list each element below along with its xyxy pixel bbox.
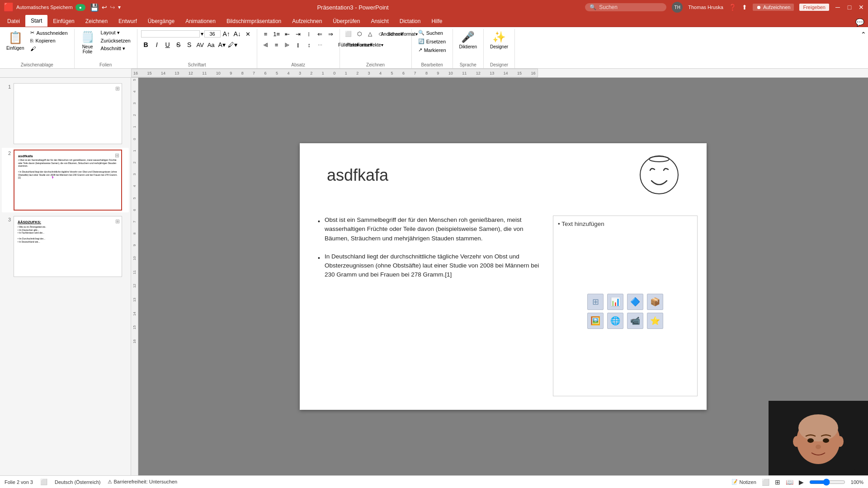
line-spacing-btn[interactable]: ↕ bbox=[304, 40, 314, 50]
more-absatz-btn[interactable]: ⋯ bbox=[315, 40, 325, 50]
tab-animationen[interactable]: Animationen bbox=[180, 16, 221, 27]
font-shrink-icon[interactable]: A↓ bbox=[232, 29, 242, 39]
record-button[interactable]: ⏺ Aufzeichnen bbox=[753, 4, 794, 11]
underline-btn[interactable]: U bbox=[163, 40, 173, 50]
font-name-input[interactable] bbox=[141, 30, 200, 38]
text-box-right[interactable]: • Text hinzufügen ⊞ 📊 🔷 📦 🖼️ 🌐 📹 ⭐ bbox=[553, 216, 698, 396]
tab-einfuegen[interactable]: Einfügen bbox=[47, 16, 80, 27]
tab-hilfe[interactable]: Hilfe bbox=[426, 16, 448, 27]
tab-dictation[interactable]: Dictation bbox=[394, 16, 426, 27]
diktieren-button[interactable]: 🎤 Diktieren bbox=[457, 29, 480, 51]
ribbon-expand[interactable]: ⌃ bbox=[859, 29, 868, 68]
zoom-slider[interactable] bbox=[809, 479, 845, 486]
video-content-icon[interactable]: 📹 bbox=[627, 313, 643, 329]
shape3[interactable]: △ bbox=[365, 29, 375, 39]
rtl-btn[interactable]: ⇐ bbox=[315, 29, 325, 39]
slide-thumb-3[interactable]: 3 ÄÂSDZUFKS: • Wie es im Ährengebiet etc… bbox=[2, 214, 129, 279]
font-color-btn[interactable]: A▾ bbox=[217, 40, 227, 50]
formeffekte-btn[interactable]: Formeffekte▾ bbox=[365, 40, 375, 50]
slide-thumb-1[interactable]: 1 ⊞ bbox=[2, 81, 129, 146]
slide2-options-icon[interactable]: ⊞ bbox=[115, 152, 119, 159]
close-btn[interactable]: ✕ bbox=[858, 4, 864, 10]
abschnitt-btn[interactable]: Abschnitt ▾ bbox=[98, 45, 133, 52]
online-picture-icon[interactable]: 🌐 bbox=[607, 313, 623, 329]
markieren-btn[interactable]: ↗ Markieren bbox=[415, 46, 449, 54]
slide3-options-icon[interactable]: ⊞ bbox=[115, 218, 120, 225]
minimize-btn[interactable]: ─ bbox=[835, 4, 841, 10]
slide1-options-icon[interactable]: ⊞ bbox=[115, 85, 120, 92]
notes-btn[interactable]: 📝 Notizen bbox=[731, 479, 756, 485]
schnellformatvorlage-btn[interactable]: Schnellformat▾ bbox=[398, 29, 408, 39]
search-bar[interactable]: 🔍 Suchen bbox=[585, 3, 666, 11]
tab-start[interactable]: Start bbox=[25, 15, 47, 27]
shape2[interactable]: ⬡ bbox=[354, 29, 364, 39]
case-btn[interactable]: Aa bbox=[206, 40, 216, 50]
redo-icon[interactable]: ↪ bbox=[110, 4, 115, 11]
font-grow-icon[interactable]: A↑ bbox=[222, 29, 231, 39]
ribbon-toggle-icon[interactable]: ⬆ bbox=[742, 4, 747, 11]
slide-canvas[interactable]: asdfkafa • Obst ist ein Sammelbegriff de… bbox=[300, 143, 707, 410]
chart-content-icon[interactable]: 📊 bbox=[607, 294, 623, 310]
media-content-icon[interactable]: 📦 bbox=[647, 294, 663, 310]
tab-bildschirmpr[interactable]: Bildschirmpräsentation bbox=[221, 16, 287, 27]
neue-folie-button[interactable]: 🗒️ NeueFolie bbox=[78, 29, 97, 56]
slide-view-icon[interactable]: ⬜ bbox=[40, 479, 47, 485]
char-spacing-btn[interactable]: AV bbox=[195, 40, 205, 50]
share-button[interactable]: Freigeben bbox=[799, 4, 829, 11]
suchen-btn[interactable]: 🔍 Suchen bbox=[415, 29, 449, 37]
einfuegen-button[interactable]: 📋 Einfügen bbox=[4, 29, 27, 52]
highlight-btn[interactable]: 🖊▾ bbox=[228, 40, 238, 50]
shape1[interactable]: ⬜ bbox=[344, 29, 354, 39]
text-box-left[interactable]: • Obst ist ein Sammelbegriff der für den… bbox=[318, 216, 544, 396]
justify-btn[interactable]: ⫿ bbox=[293, 40, 303, 50]
maximize-btn[interactable]: □ bbox=[846, 4, 853, 10]
picture-content-icon[interactable]: 🖼️ bbox=[587, 313, 604, 329]
comments-icon[interactable]: 💬 bbox=[855, 18, 864, 27]
designer-button[interactable]: ✨ Designer bbox=[487, 29, 511, 51]
tab-uebergaenge[interactable]: Übergänge bbox=[142, 16, 180, 27]
smartart-content-icon[interactable]: 🔷 bbox=[627, 294, 643, 310]
autosave-toggle[interactable]: ● bbox=[75, 4, 85, 11]
accessibility-label[interactable]: ⚠ Barrierefreiheit: Untersuchen bbox=[108, 479, 177, 485]
align-right-btn[interactable]: ⫸ bbox=[283, 40, 292, 50]
slide-thumb-2[interactable]: 2 asdfkafa • Obst ist ein Sammelbegriff … bbox=[2, 148, 129, 212]
slide-title[interactable]: asdfkafa bbox=[327, 166, 388, 185]
zuruecksetzen-btn[interactable]: Zurücksetzen bbox=[98, 37, 133, 44]
tab-datei[interactable]: Datei bbox=[2, 16, 25, 27]
format-uebertragen-btn[interactable]: 🖌 bbox=[28, 45, 70, 53]
table-content-icon[interactable]: ⊞ bbox=[587, 294, 604, 310]
icons-content-icon[interactable]: ⭐ bbox=[647, 313, 663, 329]
help-icon[interactable]: ❓ bbox=[729, 4, 736, 11]
clear-format-icon[interactable]: ✕ bbox=[243, 29, 253, 39]
more-tools-icon[interactable]: ▾ bbox=[118, 4, 121, 10]
decrease-indent-btn[interactable]: ⇤ bbox=[283, 29, 292, 39]
slide-sorter-btn[interactable]: ⊞ bbox=[775, 479, 780, 486]
tab-zeichnen[interactable]: Zeichnen bbox=[80, 16, 113, 27]
columns-btn[interactable]: ⫶ bbox=[304, 29, 314, 39]
ltr-btn[interactable]: ⇒ bbox=[326, 29, 336, 39]
numbering-btn[interactable]: 1≡ bbox=[272, 29, 282, 39]
shadow-btn[interactable]: S bbox=[184, 40, 194, 50]
font-size-input[interactable] bbox=[204, 30, 221, 38]
presentation-btn[interactable]: ▶ bbox=[799, 479, 804, 486]
ausschneiden-btn[interactable]: ✂ Ausschneiden bbox=[28, 29, 70, 37]
strikethrough-btn[interactable]: S bbox=[174, 40, 184, 50]
tab-aufzeichnen[interactable]: Aufzeichnen bbox=[287, 16, 327, 27]
bold-btn[interactable]: B bbox=[141, 40, 151, 50]
ersetzen-btn[interactable]: 🔄 Ersetzen bbox=[415, 38, 449, 45]
tab-entwurf[interactable]: Entwurf bbox=[113, 16, 142, 27]
language-label[interactable]: Deutsch (Österreich) bbox=[55, 479, 100, 485]
increase-indent-btn[interactable]: ⇥ bbox=[293, 29, 303, 39]
reading-view-btn[interactable]: 📖 bbox=[786, 479, 793, 486]
tab-ueberpruefen[interactable]: Überprüfen bbox=[327, 16, 365, 27]
italic-btn[interactable]: I bbox=[152, 40, 162, 50]
normal-view-btn[interactable]: ⬜ bbox=[762, 479, 769, 486]
tab-ansicht[interactable]: Ansicht bbox=[365, 16, 394, 27]
align-center-btn[interactable]: ≡ bbox=[272, 40, 282, 50]
undo-icon[interactable]: ↩ bbox=[102, 4, 107, 11]
save-icon[interactable]: 💾 bbox=[90, 3, 99, 12]
bullets-btn[interactable]: ≡ bbox=[261, 29, 271, 39]
kopieren-btn[interactable]: ⎘ Kopieren bbox=[28, 37, 70, 44]
layout-btn[interactable]: Layout ▾ bbox=[98, 29, 133, 37]
align-left-btn[interactable]: ⫷ bbox=[261, 40, 271, 50]
